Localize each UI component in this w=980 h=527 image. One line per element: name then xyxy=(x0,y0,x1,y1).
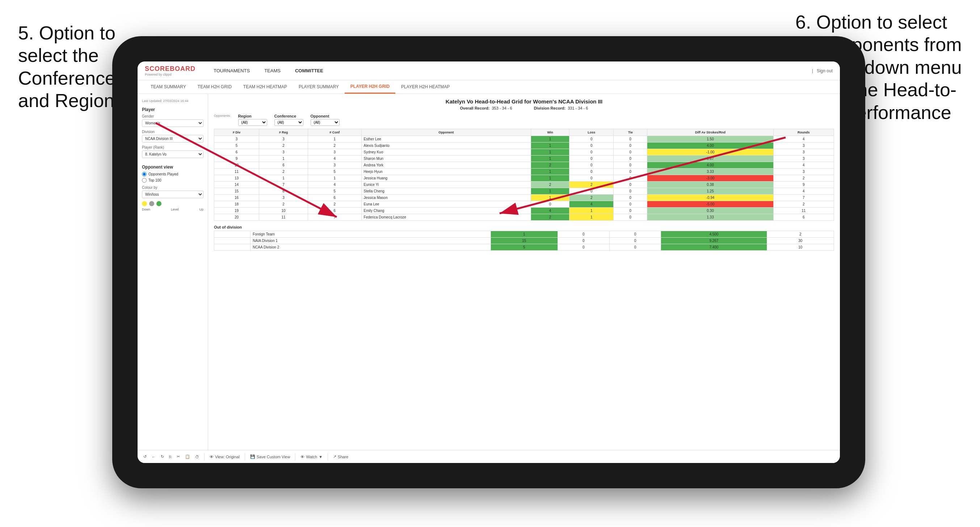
main-content: Last Updated: 27/03/2024 16:44 Player Ge… xyxy=(138,94,840,450)
watch-chevron: ▼ xyxy=(318,455,323,459)
col-loss: Loss xyxy=(570,129,614,136)
dot-level xyxy=(149,201,154,206)
prev-icon[interactable]: ← xyxy=(152,455,156,459)
undo-icon[interactable]: ↺ xyxy=(143,454,146,459)
sign-out-link[interactable]: Sign out xyxy=(817,68,833,73)
col-reg: # Reg xyxy=(259,129,308,136)
opponent-view-title: Opponent view xyxy=(142,165,204,170)
col-diff: Diff Av Strokes/Rnd xyxy=(647,129,773,136)
share-icon: ↗ xyxy=(333,454,336,459)
sidebar-player-title: Player xyxy=(142,107,204,112)
col-rounds: Rounds xyxy=(773,129,834,136)
sub-nav-team-h2h-grid[interactable]: TEAM H2H GRID xyxy=(192,80,237,94)
table-row: 1636Jessica Mason120-0.947 xyxy=(214,195,834,201)
share-btn[interactable]: ↗ Share xyxy=(333,454,348,459)
nav-right: | Sign out xyxy=(812,68,833,73)
table-row: 1311Jessica Huang100-3.002 xyxy=(214,175,834,182)
paste-icon[interactable]: 📋 xyxy=(185,454,190,459)
radio-opponents-played[interactable]: Opponents Played xyxy=(142,172,204,176)
cut-icon[interactable]: ✂ xyxy=(177,454,180,459)
table-row: 331Esther Lee1001.504 xyxy=(214,136,834,143)
sidebar: Last Updated: 27/03/2024 16:44 Player Ge… xyxy=(138,94,208,450)
sub-nav-player-summary[interactable]: PLAYER SUMMARY xyxy=(293,80,345,94)
table-row: 1822Euna Lee040-5.002 xyxy=(214,201,834,208)
last-updated: Last Updated: 27/03/2024 16:44 xyxy=(142,99,204,103)
sub-nav-player-h2h-heatmap[interactable]: PLAYER H2H HEATMAP xyxy=(395,80,455,94)
table-row: 1474Eunice Yi2200.389 xyxy=(214,182,834,188)
toolbar-divider-1 xyxy=(204,453,205,460)
table-row: 633Sydney Kuo100-1.003 xyxy=(214,149,834,156)
top-navigation: SCOREBOARD Powered by clippd TOURNAMENTS… xyxy=(138,62,840,80)
view-original-btn[interactable]: 👁 View: Original xyxy=(210,455,240,459)
nav-teams[interactable]: TEAMS xyxy=(257,62,288,80)
overall-record: Overall Record: 353 - 34 - 6 xyxy=(460,106,512,110)
save-custom-btn[interactable]: 💾 Save Custom View xyxy=(250,454,290,459)
bottom-toolbar: ↺ ← ↻ ⎘ ✂ 📋 ⏱ 👁 View: Original 💾 Save Cu… xyxy=(138,450,840,463)
sub-nav-player-h2h-grid[interactable]: PLAYER H2H GRID xyxy=(345,80,395,94)
record-row: Overall Record: 353 - 34 - 6 Division Re… xyxy=(214,106,834,110)
table-row: 522Alexis Sudjianto1004.003 xyxy=(214,143,834,149)
tablet-device: SCOREBOARD Powered by clippd TOURNAMENTS… xyxy=(112,36,865,488)
eye-icon: 👁 xyxy=(210,455,213,459)
division-select[interactable]: NCAA Division III xyxy=(142,135,204,143)
table-row: 1125Heejo Hyun1003.333 xyxy=(214,168,834,175)
clock-icon[interactable]: ⏱ xyxy=(195,455,199,459)
tablet-screen: SCOREBOARD Powered by clippd TOURNAMENTS… xyxy=(138,62,840,463)
nav-committee[interactable]: COMMITTEE xyxy=(288,62,331,80)
col-opponent: Opponent xyxy=(361,129,531,136)
division-record: Division Record: 331 - 34 - 6 xyxy=(534,106,588,110)
logo-area: SCOREBOARD Powered by clippd xyxy=(145,65,196,76)
player-rank-select[interactable]: 8. Katelyn Vo xyxy=(142,151,204,158)
col-div: # Div xyxy=(214,129,259,136)
division-label: Division xyxy=(142,130,204,134)
col-win: Win xyxy=(531,129,570,136)
conference-filter: Conference (All) xyxy=(274,114,303,126)
nav-items: TOURNAMENTS TEAMS COMMITTEE xyxy=(206,62,812,80)
nav-tournaments[interactable]: TOURNAMENTS xyxy=(206,62,257,80)
player-rank-label: Player (Rank) xyxy=(142,145,204,149)
gender-select[interactable]: Women's xyxy=(142,119,204,127)
toolbar-divider-2 xyxy=(245,453,245,460)
opponent-filter: Opponent (All) xyxy=(310,114,340,126)
out-of-division-table: Foreign Team1004.5002NAIA Division 11500… xyxy=(214,231,834,251)
data-area: Katelyn Vo Head-to-Head Grid for Women's… xyxy=(208,94,840,450)
conference-select[interactable]: (All) xyxy=(274,119,303,126)
report-title: Katelyn Vo Head-to-Head Grid for Women's… xyxy=(214,98,834,105)
logo-text: SCOREBOARD xyxy=(145,65,196,73)
opponent-view-group: Opponents Played Top 100 xyxy=(142,172,204,183)
gender-label: Gender xyxy=(142,114,204,118)
sub-navigation: TEAM SUMMARY TEAM H2H GRID TEAM H2H HEAT… xyxy=(138,80,840,94)
col-tie: Tie xyxy=(614,129,647,136)
dot-down xyxy=(142,201,147,206)
toolbar-divider-4 xyxy=(328,453,328,460)
colour-by-label: Colour by xyxy=(142,186,204,189)
table-row: 1063Andrea York2004.004 xyxy=(214,162,834,168)
col-conf: # Conf xyxy=(308,129,361,136)
ood-table-row: NCAA Division 25007.40010 xyxy=(214,244,834,251)
filter-row: Opponents: Region (All) Conference (All) xyxy=(214,114,834,126)
region-filter: Region (All) xyxy=(238,114,267,126)
sub-nav-team-h2h-heatmap[interactable]: TEAM H2H HEATMAP xyxy=(237,80,293,94)
ood-table-row: Foreign Team1004.5002 xyxy=(214,231,834,238)
table-row: 1585Stella Cheng1001.254 xyxy=(214,188,834,195)
logo-sub: Powered by clippd xyxy=(145,73,196,76)
color-legend-labels: Down Level Up xyxy=(142,208,204,211)
table-row: 914Sharon Mun1003.673 xyxy=(214,156,834,162)
watch-btn[interactable]: 👁 Watch ▼ xyxy=(301,455,323,459)
table-row: 20117Federica Domecq Lacroze2101.336 xyxy=(214,214,834,221)
region-select[interactable]: (All) xyxy=(238,119,267,126)
toolbar-divider-3 xyxy=(295,453,296,460)
colour-by-select[interactable]: Win/loss xyxy=(142,190,204,198)
sub-nav-team-summary[interactable]: TEAM SUMMARY xyxy=(145,80,192,94)
table-row: 19106Emily Chang4100.3011 xyxy=(214,208,834,214)
redo-icon[interactable]: ↻ xyxy=(161,454,164,459)
color-legend-dots xyxy=(142,201,204,206)
copy-icon[interactable]: ⎘ xyxy=(169,455,172,459)
save-icon: 💾 xyxy=(250,454,255,459)
watch-icon: 👁 xyxy=(301,455,304,459)
opponents-filter-label: Opponents: xyxy=(214,114,231,117)
ood-table-row: NAIA Division 115009.26730 xyxy=(214,238,834,244)
opponent-select[interactable]: (All) xyxy=(310,119,340,126)
pipe-separator: | xyxy=(812,68,813,73)
radio-top100[interactable]: Top 100 xyxy=(142,178,204,183)
